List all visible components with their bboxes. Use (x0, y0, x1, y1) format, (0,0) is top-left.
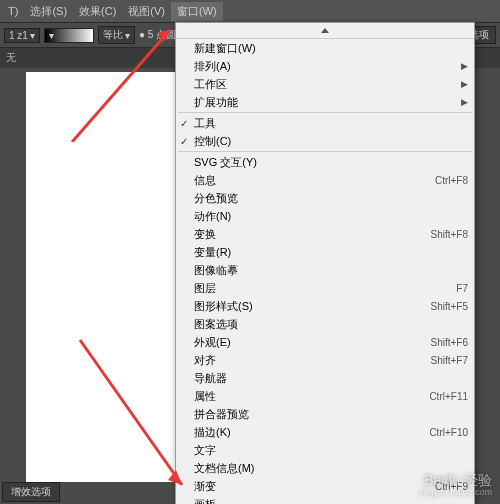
menu-separator (178, 112, 472, 113)
submenu-arrow-icon: ▶ (461, 79, 468, 89)
menu-item-5[interactable]: ✓工具 (176, 114, 474, 132)
menu-item-label: 新建窗口(W) (194, 41, 256, 56)
menu-item-label: 文档信息(M) (194, 461, 255, 476)
menu-shortcut: Ctrl+F8 (435, 175, 468, 186)
menu-item-label: SVG 交互(Y) (194, 155, 257, 170)
menu-item-label: 图像临摹 (194, 263, 238, 278)
secondary-label: 无 (6, 51, 16, 65)
menu-effect[interactable]: 效果(C) (73, 2, 122, 21)
menu-view[interactable]: 视图(V) (122, 2, 171, 21)
menu-item-14[interactable]: 图像临摹 (176, 261, 474, 279)
menu-scroll-up[interactable] (176, 23, 474, 39)
menu-item-26[interactable]: 渐变Ctrl+F9 (176, 477, 474, 495)
submenu-arrow-icon: ▶ (461, 97, 468, 107)
menu-item-label: 文字 (194, 443, 216, 458)
menu-item-24[interactable]: 文字 (176, 441, 474, 459)
menu-shortcut: Ctrl+F9 (435, 481, 468, 492)
menu-shortcut: Ctrl+F10 (429, 427, 468, 438)
menu-item-label: 拼合器预览 (194, 407, 249, 422)
stroke-profile-dropdown[interactable]: ▾ (44, 28, 94, 43)
menu-item-label: 排列(A) (194, 59, 231, 74)
menu-item-label: 变换 (194, 227, 216, 242)
menu-item-3[interactable]: 扩展功能▶ (176, 93, 474, 111)
menu-item-label: 画板 (194, 497, 216, 505)
menu-item-label: 扩展功能 (194, 95, 238, 110)
menu-item-label: 变量(R) (194, 245, 231, 260)
submenu-arrow-icon: ▶ (461, 61, 468, 71)
menu-item-19[interactable]: 对齐Shift+F7 (176, 351, 474, 369)
menu-item-label: 控制(C) (194, 134, 231, 149)
menu-item-label: 信息 (194, 173, 216, 188)
menu-item-label: 属性 (194, 389, 216, 404)
stroke-unit-dropdown[interactable]: 等比 ▾ (98, 26, 135, 44)
menu-item-6[interactable]: ✓控制(C) (176, 132, 474, 150)
menu-item-16[interactable]: 图形样式(S)Shift+F5 (176, 297, 474, 315)
menu-item-17[interactable]: 图案选项 (176, 315, 474, 333)
menu-item-label: 分色预览 (194, 191, 238, 206)
menu-shortcut: Shift+F6 (430, 337, 468, 348)
menu-item-label: 外观(E) (194, 335, 231, 350)
menu-window[interactable]: 窗口(W) (171, 2, 223, 21)
menu-shortcut: F7 (456, 283, 468, 294)
menu-item-0[interactable]: 新建窗口(W) (176, 39, 474, 57)
menu-item-25[interactable]: 文档信息(M) (176, 459, 474, 477)
menu-item-11[interactable]: 动作(N) (176, 207, 474, 225)
menu-item-label: 图案选项 (194, 317, 238, 332)
menu-item-label: 导航器 (194, 371, 227, 386)
menu-item-label: 描边(K) (194, 425, 231, 440)
menu-item-label: 图形样式(S) (194, 299, 253, 314)
window-menu-dropdown: 新建窗口(W)排列(A)▶工作区▶扩展功能▶✓工具✓控制(C)SVG 交互(Y)… (175, 22, 475, 504)
menu-item-9[interactable]: 信息Ctrl+F8 (176, 171, 474, 189)
menu-item-12[interactable]: 变换Shift+F8 (176, 225, 474, 243)
menu-t[interactable]: T) (2, 3, 24, 19)
stroke-value-dropdown[interactable]: 1 z1 ▾ (4, 28, 40, 43)
menu-shortcut: Shift+F5 (430, 301, 468, 312)
menu-item-18[interactable]: 外观(E)Shift+F6 (176, 333, 474, 351)
menu-item-label: 工具 (194, 116, 216, 131)
check-icon: ✓ (180, 136, 188, 147)
left-panel (0, 68, 26, 504)
menu-item-label: 动作(N) (194, 209, 231, 224)
menu-item-label: 图层 (194, 281, 216, 296)
bottom-tab[interactable]: 增效选项 (2, 482, 60, 502)
menu-item-2[interactable]: 工作区▶ (176, 75, 474, 93)
menu-shortcut: Shift+F8 (430, 229, 468, 240)
menubar: T) 选择(S) 效果(C) 视图(V) 窗口(W) (0, 0, 500, 22)
menu-item-10[interactable]: 分色预览 (176, 189, 474, 207)
menu-item-label: 对齐 (194, 353, 216, 368)
menu-item-13[interactable]: 变量(R) (176, 243, 474, 261)
menu-separator (178, 151, 472, 152)
menu-item-label: 工作区 (194, 77, 227, 92)
menu-item-20[interactable]: 导航器 (176, 369, 474, 387)
menu-shortcut: Shift+F7 (430, 355, 468, 366)
menu-select[interactable]: 选择(S) (24, 2, 73, 21)
menu-item-22[interactable]: 拼合器预览 (176, 405, 474, 423)
menu-item-label: 渐变 (194, 479, 216, 494)
menu-shortcut: Ctrl+F11 (429, 391, 468, 402)
menu-item-15[interactable]: 图层F7 (176, 279, 474, 297)
menu-item-1[interactable]: 排列(A)▶ (176, 57, 474, 75)
menu-item-23[interactable]: 描边(K)Ctrl+F10 (176, 423, 474, 441)
menu-item-21[interactable]: 属性Ctrl+F11 (176, 387, 474, 405)
menu-item-8[interactable]: SVG 交互(Y) (176, 153, 474, 171)
menu-item-27[interactable]: 画板 (176, 495, 474, 504)
check-icon: ✓ (180, 118, 188, 129)
